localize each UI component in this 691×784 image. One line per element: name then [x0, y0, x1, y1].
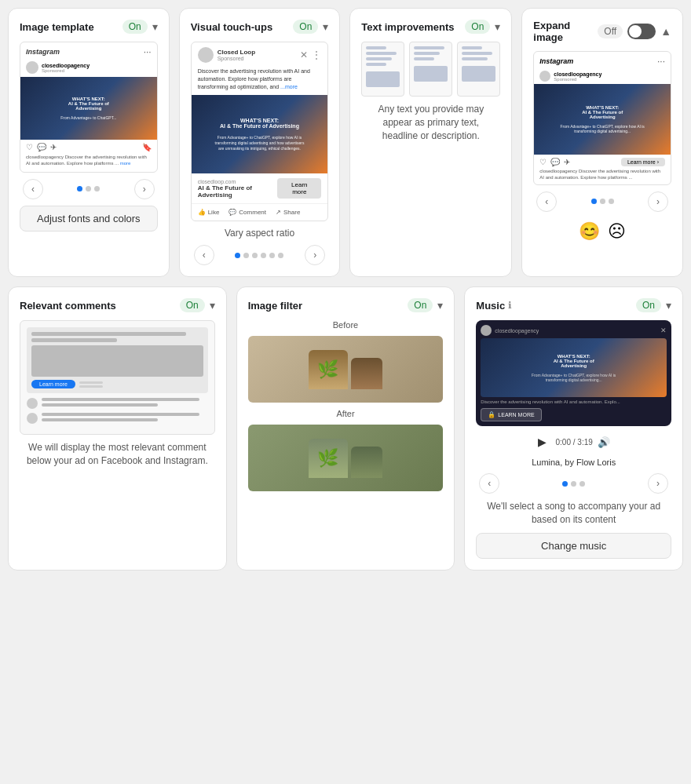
- music-dot-2[interactable]: [571, 481, 576, 487]
- image-filter-card: Image filter On ▾ Before 🌿 After: [236, 286, 455, 570]
- sad-feedback-icon[interactable]: ☹: [608, 221, 626, 242]
- comment-avatar-1: [27, 398, 38, 409]
- expand-heart-icon[interactable]: ♡: [539, 158, 547, 166]
- share-icon[interactable]: ✈: [50, 143, 57, 151]
- dot-3[interactable]: [94, 186, 100, 191]
- ig-profile-name: closedloopagency: [42, 63, 152, 68]
- expand-dot-3[interactable]: [609, 199, 614, 204]
- happy-feedback-icon[interactable]: 😊: [579, 221, 600, 242]
- image-filter-status[interactable]: On: [408, 298, 433, 312]
- visual-touchups-status[interactable]: On: [293, 20, 318, 34]
- expand-ig-name: closedloopagency: [554, 71, 601, 77]
- vt-prev-arrow[interactable]: ‹: [194, 245, 214, 265]
- vt-like-action[interactable]: 👍 Like: [198, 209, 220, 216]
- heart-icon[interactable]: ♡: [26, 143, 33, 151]
- text-box-1: [361, 42, 404, 97]
- music-status[interactable]: On: [636, 298, 661, 312]
- expand-image-header: Expand image Off ▲: [533, 20, 671, 43]
- vt-learn-more-button[interactable]: Learn more: [277, 178, 321, 199]
- ig-avatar: [26, 61, 38, 74]
- vt-share-action[interactable]: ↗ Share: [276, 209, 300, 216]
- play-button[interactable]: ▶: [538, 436, 547, 448]
- music-ad-image: WHAT'S NEXT:AI & The Future ofAdvertisin…: [481, 338, 667, 397]
- vt-advertiser: Closed Loop: [218, 49, 297, 56]
- music-ad-name: closedloopagency: [495, 328, 539, 334]
- relevant-comments-status[interactable]: On: [180, 298, 205, 312]
- vt-ad-image: WHAT'S NEXT:AI & The Future of Advertisi…: [192, 95, 328, 173]
- relevant-comments-content: Learn more: [20, 320, 215, 558]
- vary-aspect-ratio-label: Vary aspect ratio: [225, 228, 294, 239]
- image-filter-chevron[interactable]: ▾: [437, 299, 443, 312]
- comment-cta-button[interactable]: Learn more: [31, 380, 75, 388]
- after-label: After: [336, 409, 354, 418]
- music-dot-1[interactable]: [562, 481, 568, 487]
- expand-image-chevron[interactable]: ▲: [660, 25, 671, 38]
- dot-2[interactable]: [86, 186, 91, 191]
- expand-share-icon[interactable]: ✈: [564, 158, 570, 166]
- vt-close-icon[interactable]: ✕: [300, 49, 308, 60]
- comment-icon[interactable]: 💬: [37, 143, 46, 151]
- music-prev-arrow[interactable]: ‹: [479, 473, 499, 494]
- music-nav-dots: [562, 481, 585, 487]
- ig-ad-image: WHAT'S NEXT:AI & The Future ofAdvertisin…: [20, 77, 157, 140]
- vt-dot-4[interactable]: [261, 253, 266, 258]
- expand-image-feedback: 😊 ☹: [579, 221, 626, 242]
- ig-caption: closedloopagency Discover the advertisin…: [20, 155, 157, 172]
- vt-dot-2[interactable]: [243, 253, 249, 258]
- music-close-icon[interactable]: ✕: [660, 326, 667, 334]
- ig-sponsored: Sponsored: [42, 68, 152, 73]
- vt-comment-action[interactable]: 💬 Comment: [229, 209, 266, 216]
- text-improvements-chevron[interactable]: ▾: [495, 20, 500, 33]
- expand-image-toggle[interactable]: [627, 24, 656, 39]
- expand-dot-1[interactable]: [591, 199, 597, 204]
- vt-avatar: [198, 47, 214, 63]
- expand-image-status: Off: [598, 24, 623, 38]
- ig-menu-dots[interactable]: ···: [144, 46, 152, 57]
- vt-next-arrow[interactable]: ›: [305, 245, 325, 265]
- music-info-icon[interactable]: ℹ: [508, 300, 512, 311]
- text-preview-boxes: [361, 42, 500, 97]
- next-arrow[interactable]: ›: [134, 179, 155, 199]
- vt-menu-icon[interactable]: ⋮: [312, 49, 321, 60]
- image-filter-content: Before 🌿 After 🌿: [248, 320, 444, 558]
- music-chevron[interactable]: ▾: [666, 299, 671, 312]
- volume-icon[interactable]: 🔊: [598, 436, 610, 448]
- image-template-status[interactable]: On: [122, 20, 148, 34]
- text-improvements-status[interactable]: On: [465, 20, 490, 34]
- music-next-arrow[interactable]: ›: [648, 473, 668, 494]
- expand-ig-logo: Instagram: [539, 57, 573, 65]
- relevant-comments-chevron[interactable]: ▾: [210, 299, 215, 312]
- change-music-button[interactable]: Change music: [476, 533, 671, 559]
- music-learn-more-button[interactable]: 🔒 LEARN MORE: [481, 408, 541, 421]
- bookmark-icon[interactable]: 🔖: [142, 143, 152, 151]
- expand-dot-2[interactable]: [600, 199, 605, 204]
- vt-dot-6[interactable]: [278, 253, 283, 258]
- nav-dots: [77, 186, 100, 191]
- after-image: 🌿: [248, 425, 444, 491]
- expand-image-card: Expand image Off ▲ Instagram ··· closedl…: [521, 8, 683, 277]
- vt-dot-1[interactable]: [235, 253, 240, 258]
- ig-logo: Instagram: [26, 48, 60, 56]
- relevant-comments-header: Relevant comments On ▾: [20, 298, 215, 312]
- vt-dot-3[interactable]: [252, 253, 258, 258]
- expand-ig-menu[interactable]: ···: [657, 56, 665, 67]
- expand-next-arrow[interactable]: ›: [648, 191, 668, 212]
- expand-prev-arrow[interactable]: ‹: [536, 191, 557, 212]
- prev-arrow[interactable]: ‹: [23, 179, 43, 199]
- track-name: Lumina, by Flow Loris: [532, 458, 616, 467]
- image-template-controls: On ▾: [122, 20, 158, 34]
- vt-dot-5[interactable]: [269, 253, 275, 258]
- visual-touchups-chevron[interactable]: ▾: [323, 20, 328, 33]
- expand-comment-icon[interactable]: 💬: [550, 158, 560, 166]
- image-template-card: Image template On ▾ Instagram ··· closed…: [8, 8, 170, 277]
- toggle-knob: [629, 25, 642, 38]
- adjust-fonts-colors-button[interactable]: Adjust fonts and colors: [20, 206, 158, 232]
- relevant-comments-description: We will display the most relevant commen…: [20, 441, 215, 468]
- image-template-chevron[interactable]: ▾: [152, 20, 158, 33]
- music-ad-avatar: [481, 325, 492, 336]
- music-dot-3[interactable]: [579, 481, 585, 487]
- expand-learn-more-button[interactable]: Learn more ›: [621, 158, 665, 166]
- vt-body-text: Discover the advertising revolution with…: [192, 67, 328, 95]
- dot-1[interactable]: [77, 186, 82, 191]
- image-template-nav: ‹ ›: [20, 179, 158, 199]
